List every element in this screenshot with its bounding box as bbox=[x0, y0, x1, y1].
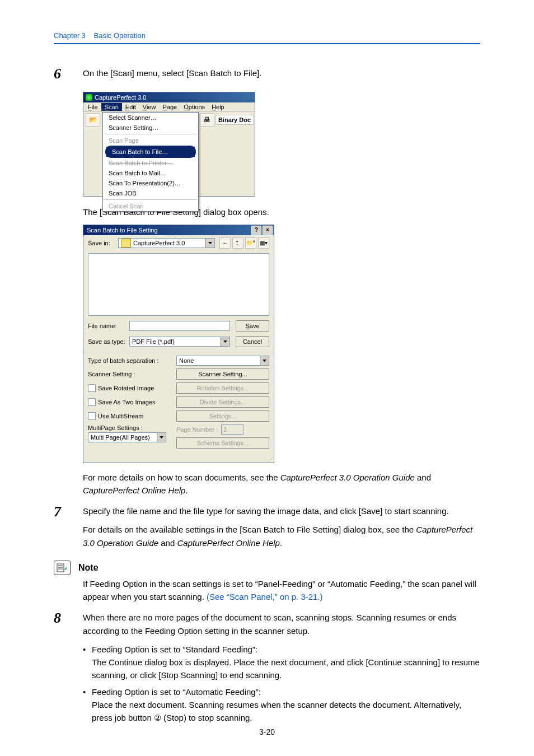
page-header: Chapter 3 Basic Operation bbox=[54, 31, 480, 40]
menu-scan-job[interactable]: Scan JOB bbox=[103, 188, 198, 198]
step-number-7: 7 bbox=[54, 505, 83, 519]
highlight-oval: Scan Batch to File… bbox=[105, 146, 196, 158]
up-icon[interactable]: ⮤ bbox=[232, 237, 243, 249]
use-multistream-checkbox[interactable] bbox=[88, 412, 96, 420]
chevron-down-icon[interactable] bbox=[205, 239, 214, 248]
scanner-setting-button[interactable]: Scanner Setting... bbox=[176, 368, 269, 380]
schema-settings-button: Schema Settings... bbox=[176, 437, 269, 449]
step7-line1: Specify the file name and the file type … bbox=[83, 505, 480, 517]
chevron-down-icon[interactable] bbox=[260, 356, 269, 365]
note-text: If Feeding Option in the scan settings i… bbox=[83, 577, 480, 604]
note-link[interactable]: (See “Scan Panel,” on p. 3-21.) bbox=[207, 592, 323, 601]
new-folder-icon[interactable]: 📁* bbox=[245, 237, 256, 249]
menu-options[interactable]: Options bbox=[180, 103, 208, 111]
file-name-input[interactable] bbox=[129, 321, 230, 331]
note-label: Note bbox=[78, 563, 99, 573]
scanner-setting-label: Scanner Setting : bbox=[88, 371, 135, 377]
use-multistream-label: Use MultiStream bbox=[98, 413, 143, 419]
resize-grip-icon[interactable]: ⋰ bbox=[83, 457, 274, 463]
multistream-settings-button: Settings... bbox=[176, 410, 269, 422]
scan-dropdown: Select Scanner… Scanner Setting… Scan Pa… bbox=[102, 112, 199, 212]
save-as-type-value: PDF File (*.pdf) bbox=[132, 338, 175, 345]
step7-line2: For details on the available settings in… bbox=[83, 523, 480, 549]
menu-scanner-setting[interactable]: Scanner Setting… bbox=[103, 123, 198, 133]
batch-sep-label: Type of batch separation : bbox=[88, 357, 159, 364]
note-icon bbox=[54, 561, 71, 575]
screenshot-dialog: Scan Batch to File Setting ? × Save in: … bbox=[83, 225, 274, 463]
menu-help[interactable]: Help bbox=[208, 103, 228, 111]
menu-cancel-scan: Cancel Scan bbox=[103, 201, 198, 211]
save-in-label: Save in: bbox=[88, 240, 116, 246]
save-as-type-label: Save as type: bbox=[88, 338, 127, 345]
menu-scan[interactable]: Scan bbox=[101, 103, 122, 111]
step6-text: On the [Scan] menu, select [Scan Batch t… bbox=[83, 67, 480, 80]
menu-edit[interactable]: Edit bbox=[122, 103, 139, 111]
back-icon[interactable]: ← bbox=[219, 237, 231, 249]
help-icon[interactable]: ? bbox=[251, 226, 261, 235]
cancel-button[interactable]: Cancel bbox=[236, 336, 269, 347]
toolbar-icon-3[interactable]: 🖶 bbox=[200, 113, 214, 127]
step8-intro: When there are no more pages of the docu… bbox=[83, 611, 480, 637]
dialog-title: Scan Batch to File Setting bbox=[87, 227, 158, 234]
step8-bullet-1: Feeding Option is set to “Standard Feedi… bbox=[83, 643, 480, 682]
page-number-label: Page Number : bbox=[176, 426, 218, 433]
batch-sep-value: None bbox=[179, 357, 194, 364]
header-rule bbox=[54, 43, 480, 44]
menu-scan-presentation[interactable]: Scan To Presentation(2)… bbox=[103, 178, 198, 188]
window-title: CapturePerfect 3.0 bbox=[95, 94, 146, 101]
divide-settings-button: Divide Settings... bbox=[176, 396, 269, 408]
menu-scan-batch-printer[interactable]: Scan Batch to Printer… bbox=[103, 158, 198, 168]
step-number-8: 8 bbox=[54, 611, 83, 626]
chapter-title: Basic Operation bbox=[94, 31, 146, 40]
save-rotated-checkbox[interactable] bbox=[88, 384, 96, 392]
window-titlebar: CapturePerfect 3.0 bbox=[83, 92, 255, 102]
menubar: File Scan Edit View Page Options Help bbox=[83, 102, 255, 112]
menu-file[interactable]: File bbox=[85, 103, 101, 111]
multipage-value: Multi Page(All Pages) bbox=[91, 434, 150, 441]
save-in-value: CapturePerfect 3.0 bbox=[133, 240, 185, 246]
page-number-input bbox=[221, 424, 243, 435]
step-number-6: 6 bbox=[54, 67, 83, 81]
multipage-label: MultiPage Settings : bbox=[88, 424, 143, 431]
menu-scan-batch-mail[interactable]: Scan Batch to Mail… bbox=[103, 168, 198, 178]
menu-select-scanner[interactable]: Select Scanner… bbox=[103, 113, 198, 123]
chapter-label: Chapter 3 bbox=[54, 31, 86, 40]
svg-rect-4 bbox=[57, 564, 64, 572]
menu-page[interactable]: Page bbox=[159, 103, 180, 111]
save-in-select[interactable]: CapturePerfect 3.0 bbox=[118, 238, 215, 248]
batch-sep-select[interactable]: None bbox=[176, 356, 269, 366]
menu-scan-batch-file[interactable]: Scan Batch to File… bbox=[106, 147, 195, 157]
folder-icon bbox=[121, 239, 131, 248]
step8-bullet-2: Feeding Option is set to “Automatic Feed… bbox=[83, 685, 480, 725]
chevron-down-icon[interactable] bbox=[221, 337, 229, 346]
save-button[interactable]: Save bbox=[236, 320, 269, 332]
svg-marker-3 bbox=[160, 436, 163, 438]
screenshot-menu: CapturePerfect 3.0 File Scan Edit View P… bbox=[83, 92, 255, 197]
toolbar-left: 📂 bbox=[83, 112, 102, 196]
step6-detail: For more details on how to scan document… bbox=[83, 471, 480, 497]
file-list-area[interactable] bbox=[88, 253, 269, 316]
rotation-settings-button: Rotation Settings... bbox=[176, 382, 269, 394]
svg-marker-0 bbox=[208, 242, 212, 244]
svg-marker-1 bbox=[223, 340, 227, 343]
svg-marker-2 bbox=[263, 360, 266, 362]
view-menu-icon[interactable]: ▦▾ bbox=[258, 237, 269, 249]
chevron-down-icon[interactable] bbox=[157, 433, 166, 442]
dialog-titlebar: Scan Batch to File Setting ? × bbox=[83, 225, 274, 235]
mode-label: Binary Doc bbox=[216, 115, 254, 125]
open-icon[interactable]: 📂 bbox=[86, 113, 100, 127]
menu-scan-page: Scan Page bbox=[103, 136, 198, 146]
file-name-label: File name: bbox=[88, 323, 127, 329]
app-icon bbox=[86, 94, 92, 101]
multipage-select[interactable]: Multi Page(All Pages) bbox=[88, 432, 166, 442]
page-number: 3-20 bbox=[0, 727, 534, 736]
menu-view[interactable]: View bbox=[139, 103, 160, 111]
save-as-type-select[interactable]: PDF File (*.pdf) bbox=[129, 337, 230, 347]
save-two-label: Save As Two Images bbox=[98, 399, 156, 405]
close-icon[interactable]: × bbox=[263, 226, 273, 235]
save-rotated-label: Save Rotated Image bbox=[98, 385, 154, 391]
save-two-checkbox[interactable] bbox=[88, 398, 96, 406]
